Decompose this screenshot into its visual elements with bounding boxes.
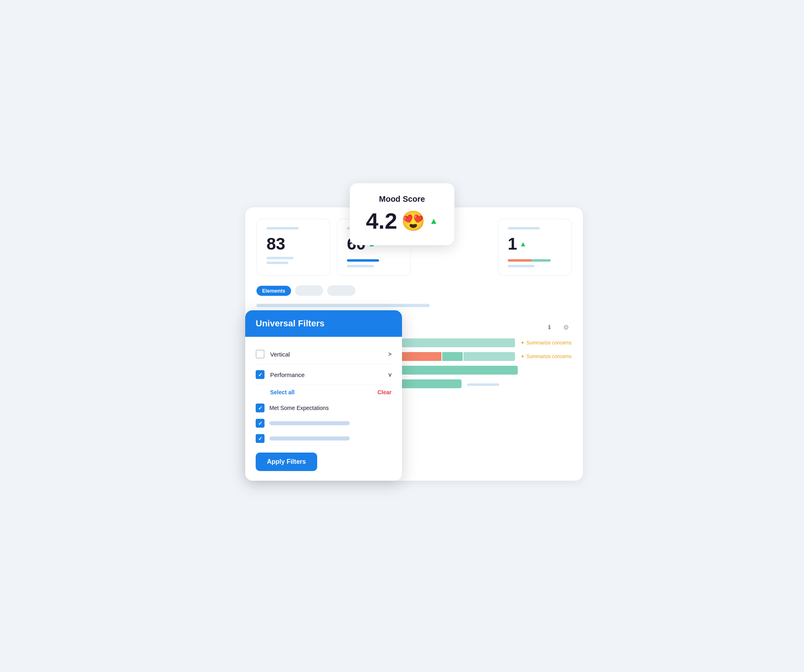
checkbox-performance[interactable] [256, 370, 265, 379]
metric-value-4: 1 ▲ [508, 234, 562, 254]
sub-filter-bar-3 [269, 436, 350, 440]
tab-3[interactable] [327, 285, 355, 296]
chevron-vertical: > [388, 351, 392, 357]
checkbox-sub-3[interactable] [256, 434, 265, 443]
metric-label-bar-4 [508, 265, 535, 267]
metric-bar-top-4 [508, 227, 540, 229]
filter-item-performance[interactable]: Performance v [256, 365, 392, 385]
scene: Mood Score 4.2 😍 ▲ 83 60 ▲ [221, 183, 583, 489]
select-all-link[interactable]: Select all [270, 389, 295, 395]
checkbox-met-some[interactable] [256, 404, 265, 412]
bar-segment-light-teal-2 [464, 352, 515, 361]
checkbox-sub-2[interactable] [256, 419, 265, 428]
metric-progress-2 [347, 259, 379, 262]
tab-elements[interactable]: Elements [256, 286, 291, 296]
metric-value-1: 83 [267, 234, 320, 254]
summarize-link-1[interactable]: ✦ Summarize concerns [521, 340, 572, 346]
filters-header: Universal Filters [245, 310, 402, 337]
bar-label-stub-4 [467, 382, 531, 386]
metric-card-4: 1 ▲ [498, 219, 572, 276]
sub-filter-item-3[interactable] [256, 431, 392, 446]
filter-label-vertical: Vertical [270, 351, 383, 358]
sub-filter-item-1[interactable]: Met Some Expectations [256, 400, 392, 416]
filter-item-vertical[interactable]: Vertical > [256, 344, 392, 365]
filter-label-performance: Performance [270, 371, 383, 378]
metric-label-bar-1 [267, 257, 293, 259]
filters-title: Universal Filters [256, 318, 392, 329]
placeholder-bar-1 [256, 304, 430, 307]
mood-score-value: 4.2 😍 ▲ [366, 208, 438, 234]
filters-panel: Universal Filters Vertical > Performance… [245, 310, 402, 481]
metric-card-1: 83 [256, 219, 330, 276]
spark-icon-1: ✦ [521, 340, 525, 346]
sub-filter-bar-2 [269, 421, 350, 425]
mood-emoji: 😍 [401, 210, 425, 232]
summarize-link-2[interactable]: ✦ Summarize concerns [521, 354, 572, 359]
metric-label-bar-1b [267, 262, 288, 264]
sub-filter-label-1: Met Some Expectations [269, 405, 329, 411]
sub-filter-item-2[interactable] [256, 416, 392, 431]
metric-progress-4 [508, 259, 551, 262]
clear-link[interactable]: Clear [377, 389, 392, 395]
select-clear-row: Select all Clear [256, 389, 392, 395]
download-icon[interactable]: ⬇ [544, 322, 555, 333]
bar-segment-teal-2 [442, 352, 463, 361]
chevron-performance: v [388, 371, 392, 378]
tab-2[interactable] [295, 285, 323, 296]
mood-score-card: Mood Score 4.2 😍 ▲ [350, 183, 454, 245]
filters-body: Vertical > Performance v Select all Clea… [245, 337, 402, 481]
metric-4-trend: ▲ [519, 240, 527, 248]
tabs-row: Elements [256, 285, 572, 296]
settings-icon[interactable]: ⚙ [560, 322, 572, 333]
metric-label-bar-2 [347, 265, 374, 267]
spark-icon-2: ✦ [521, 354, 525, 359]
mood-score-title: Mood Score [366, 195, 438, 204]
mood-trend-arrow: ▲ [429, 216, 438, 226]
metric-bar-top-1 [267, 227, 299, 229]
checkbox-vertical[interactable] [256, 350, 265, 359]
apply-filters-button[interactable]: Apply Filters [256, 453, 317, 471]
